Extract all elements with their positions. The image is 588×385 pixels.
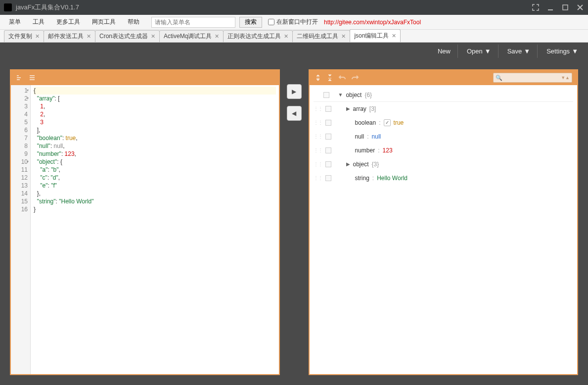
- node-menu-icon[interactable]: [325, 134, 331, 140]
- tabbar: 文件复制✕邮件发送工具✕Cron表达式生成器✕ActiveMq调试工具✕正则表达…: [0, 30, 588, 43]
- tab-close-icon[interactable]: ✕: [284, 33, 288, 40]
- maximize-icon[interactable]: [561, 3, 569, 11]
- node-menu-icon[interactable]: [325, 161, 331, 167]
- save-button[interactable]: Save ▼: [502, 45, 538, 58]
- expand-icon[interactable]: ▶: [346, 157, 350, 171]
- menu-tools[interactable]: 工具: [28, 16, 49, 28]
- minimize-icon[interactable]: [546, 3, 554, 11]
- tab-邮件发送工具[interactable]: 邮件发送工具✕: [44, 30, 95, 42]
- tab-close-icon[interactable]: ✕: [151, 33, 155, 40]
- json-toolbar: New Open ▼ Save ▼ Settings ▼: [0, 43, 588, 59]
- expand-all-icon[interactable]: [315, 74, 321, 82]
- tree-row[interactable]: ⋮⋮null:null: [314, 130, 574, 144]
- drag-handle-icon[interactable]: ⋮⋮: [314, 102, 322, 116]
- tree-panel-header: 🔍 ▼▲: [310, 70, 578, 85]
- node-menu-icon[interactable]: [325, 106, 331, 112]
- menu-search-input[interactable]: [151, 17, 235, 28]
- collapse-all-icon[interactable]: [326, 74, 333, 82]
- tab-json编辑工具[interactable]: json编辑工具✕: [350, 29, 401, 42]
- tab-Cron表达式生成器[interactable]: Cron表达式生成器✕: [95, 30, 160, 42]
- tab-正则表达式生成工具[interactable]: 正则表达式生成工具✕: [223, 30, 293, 42]
- svg-rect-0: [563, 5, 568, 10]
- redo-icon[interactable]: [351, 74, 359, 81]
- open-new-window-checkbox[interactable]: 在新窗口中打开: [268, 18, 318, 26]
- menu-web-tools[interactable]: 网页工具: [87, 16, 121, 28]
- tree-row[interactable]: ⋮⋮▶object{3}: [314, 157, 574, 171]
- code-panel-header: [11, 70, 279, 85]
- format-icon[interactable]: [16, 74, 24, 81]
- tab-close-icon[interactable]: ✕: [35, 33, 40, 40]
- app-icon: [4, 3, 12, 11]
- json-tree[interactable]: ▼object{6}⋮⋮▶array[3]⋮⋮boolean:✓true⋮⋮nu…: [310, 85, 578, 374]
- tab-文件复制[interactable]: 文件复制✕: [4, 30, 44, 42]
- menu-more-tools[interactable]: 更多工具: [51, 16, 85, 28]
- new-button[interactable]: New: [433, 45, 458, 58]
- tree-row[interactable]: ⋮⋮boolean:✓true: [314, 116, 574, 130]
- to-code-button[interactable]: ◀: [287, 106, 302, 121]
- tab-ActiveMq调试工具[interactable]: ActiveMq调试工具✕: [159, 30, 224, 42]
- undo-icon[interactable]: [338, 74, 346, 81]
- dropdown-icon[interactable]: ▼▲: [561, 75, 570, 80]
- search-icon: 🔍: [496, 75, 502, 81]
- collapse-icon[interactable]: ▼: [338, 88, 343, 102]
- drag-handle-icon[interactable]: ⋮⋮: [314, 171, 322, 185]
- tree-row[interactable]: ⋮⋮string:Hello World: [314, 171, 574, 185]
- titlebar: javaFx工具集合V0.1.7: [0, 0, 588, 15]
- boolean-checkbox[interactable]: ✓: [384, 119, 391, 126]
- code-editor[interactable]: { "array": [ 1, 2, 3 ], "boolean": true,…: [31, 85, 279, 374]
- drag-handle-icon[interactable]: ⋮⋮: [314, 144, 322, 157]
- tab-close-icon[interactable]: ✕: [215, 33, 219, 40]
- expand-icon[interactable]: ▶: [346, 102, 350, 116]
- open-button[interactable]: Open ▼: [462, 45, 498, 58]
- settings-button[interactable]: Settings ▼: [542, 45, 583, 58]
- sync-buttons: ▶ ◀: [287, 69, 302, 375]
- tree-row[interactable]: ⋮⋮▶array[3]: [314, 102, 574, 116]
- to-tree-button[interactable]: ▶: [287, 84, 302, 99]
- tree-row[interactable]: ⋮⋮number:123: [314, 144, 574, 157]
- menu-help[interactable]: 帮助: [123, 16, 144, 28]
- tab-close-icon[interactable]: ✕: [341, 33, 346, 40]
- node-menu-icon[interactable]: [325, 175, 331, 181]
- node-menu-icon[interactable]: [325, 147, 331, 153]
- project-url-link[interactable]: http://gitee.com/xwintop/xJavaFxTool: [324, 19, 421, 26]
- tab-close-icon[interactable]: ✕: [392, 33, 396, 39]
- line-gutter: 12345678910111213141516: [11, 85, 31, 374]
- drag-handle-icon[interactable]: ⋮⋮: [314, 116, 322, 130]
- fullscreen-icon[interactable]: [532, 3, 540, 11]
- node-menu-icon[interactable]: [323, 92, 329, 98]
- window-title: javaFx工具集合V0.1.7: [16, 3, 532, 12]
- menubar: 菜单 工具 更多工具 网页工具 帮助 搜索 在新窗口中打开 http://git…: [0, 15, 588, 30]
- compact-icon[interactable]: [29, 74, 37, 81]
- node-menu-icon[interactable]: [325, 120, 331, 126]
- code-panel: 12345678910111213141516 { "array": [ 1, …: [10, 69, 280, 375]
- close-icon[interactable]: [576, 3, 584, 11]
- editor-area: 12345678910111213141516 { "array": [ 1, …: [0, 59, 588, 385]
- tab-close-icon[interactable]: ✕: [87, 33, 91, 40]
- tree-panel: 🔍 ▼▲ ▼object{6}⋮⋮▶array[3]⋮⋮boolean:✓tru…: [309, 69, 579, 375]
- search-button[interactable]: 搜索: [239, 17, 262, 28]
- menu-main[interactable]: 菜单: [4, 16, 26, 28]
- tab-二维码生成工具[interactable]: 二维码生成工具✕: [292, 30, 350, 42]
- drag-handle-icon[interactable]: ⋮⋮: [314, 130, 322, 144]
- tree-search-input[interactable]: 🔍 ▼▲: [493, 73, 572, 83]
- drag-handle-icon[interactable]: ⋮⋮: [314, 157, 322, 171]
